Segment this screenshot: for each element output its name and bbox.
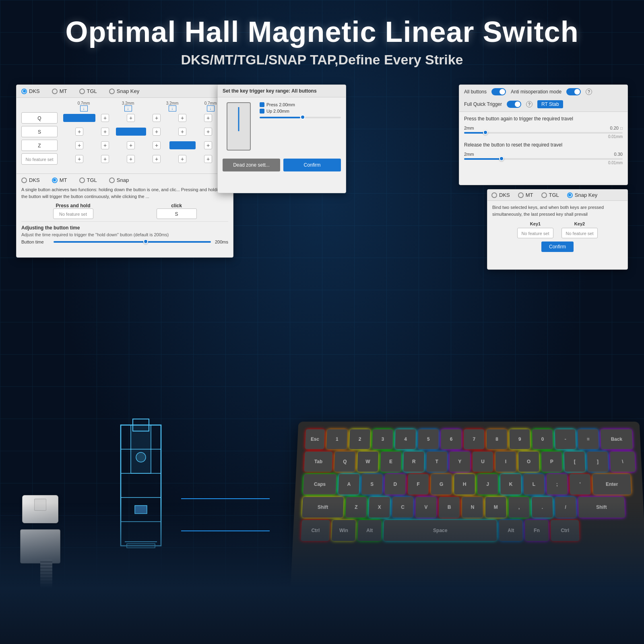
tab-mt-selected[interactable]: MT bbox=[52, 177, 67, 183]
tab-dks-snap[interactable]: DKS bbox=[491, 192, 510, 198]
tab-dks[interactable]: DKS bbox=[21, 88, 40, 94]
tgl-radio-top[interactable] bbox=[79, 89, 85, 94]
add-q3[interactable]: + bbox=[178, 114, 186, 122]
button-time-slider[interactable] bbox=[54, 241, 211, 243]
key-quote[interactable]: ' bbox=[570, 474, 591, 495]
key-0[interactable]: 0 bbox=[532, 429, 553, 449]
snap-radio-mt[interactable] bbox=[109, 178, 115, 183]
key-5[interactable]: 5 bbox=[418, 429, 438, 449]
key-semicolon[interactable]: ; bbox=[547, 474, 568, 495]
plus-nf2[interactable]: + bbox=[153, 155, 161, 163]
snap-confirm-button[interactable]: Confirm bbox=[541, 242, 574, 252]
trigger-thumb[interactable] bbox=[300, 115, 305, 120]
click-key[interactable]: S bbox=[157, 208, 197, 219]
key-equals[interactable]: = bbox=[578, 429, 599, 449]
key-q[interactable]: Q bbox=[21, 112, 58, 124]
tgl-radio-mt[interactable] bbox=[79, 178, 85, 183]
key-i[interactable]: I bbox=[495, 452, 516, 472]
fqt-help[interactable]: ? bbox=[526, 101, 533, 107]
key-p[interactable]: P bbox=[541, 452, 562, 472]
key-s[interactable]: S bbox=[361, 474, 383, 495]
key-nofeature[interactable]: No feature set bbox=[21, 153, 58, 165]
key-enter[interactable]: Enter bbox=[592, 474, 631, 495]
anti-mode-help[interactable]: ? bbox=[586, 89, 592, 95]
snap-radio-top[interactable] bbox=[109, 89, 115, 94]
plus-z3[interactable]: + bbox=[204, 141, 212, 149]
add-nf3[interactable]: + bbox=[178, 155, 186, 163]
plus-q1[interactable]: + bbox=[101, 114, 109, 122]
key-e[interactable]: E bbox=[380, 452, 401, 472]
key-k[interactable]: K bbox=[500, 474, 521, 495]
release-track[interactable] bbox=[464, 158, 623, 160]
add-s1[interactable]: + bbox=[75, 128, 83, 136]
key-backslash[interactable]: \ bbox=[610, 452, 635, 472]
key-2[interactable]: 2 bbox=[349, 429, 370, 449]
tab-mt-snap[interactable]: MT bbox=[518, 192, 533, 198]
plus-q2[interactable]: + bbox=[153, 114, 161, 122]
plus-s1[interactable]: + bbox=[101, 128, 109, 136]
plus-nf3[interactable]: + bbox=[204, 155, 212, 163]
add-z2[interactable]: + bbox=[127, 141, 135, 149]
tab-tgl-snap[interactable]: TGL bbox=[541, 192, 559, 198]
tab-snap-top[interactable]: Snap Key bbox=[109, 88, 139, 94]
plus-s2[interactable]: + bbox=[153, 128, 161, 136]
key-o[interactable]: O bbox=[518, 452, 539, 472]
key-6[interactable]: 6 bbox=[441, 429, 461, 449]
key-q[interactable]: Q bbox=[334, 452, 355, 472]
tab-tgl-mt[interactable]: TGL bbox=[79, 177, 97, 183]
key1-button[interactable]: No feature set bbox=[517, 228, 553, 238]
mt-radio-top[interactable] bbox=[52, 89, 58, 94]
key-tab[interactable]: Tab bbox=[304, 452, 332, 472]
tab-mt-top[interactable]: MT bbox=[52, 88, 67, 94]
press-checkbox[interactable] bbox=[260, 102, 264, 107]
key-f[interactable]: F bbox=[408, 474, 429, 495]
key2-button[interactable]: No feature set bbox=[561, 228, 598, 238]
dead-zone-button[interactable]: Dead zone sett... bbox=[223, 159, 280, 171]
key-h[interactable]: H bbox=[454, 474, 475, 495]
plus-q3[interactable]: + bbox=[204, 114, 212, 122]
key-rbracket[interactable]: ] bbox=[587, 452, 609, 472]
key-w[interactable]: W bbox=[357, 452, 379, 472]
key-s[interactable]: S bbox=[21, 126, 58, 137]
tab-snapkey-snap[interactable]: Snap Key bbox=[567, 192, 597, 198]
key-backspace[interactable]: Back bbox=[601, 429, 633, 449]
release-thumb[interactable] bbox=[499, 156, 504, 161]
key-1[interactable]: 1 bbox=[326, 429, 348, 449]
full-quick-toggle[interactable] bbox=[507, 101, 521, 108]
trigger-slider[interactable] bbox=[260, 117, 341, 118]
tab-snap-mt[interactable]: Snap bbox=[109, 177, 129, 183]
plus-s3[interactable]: + bbox=[204, 128, 212, 136]
press-hold-key[interactable]: No feature set bbox=[53, 208, 93, 219]
add-z1[interactable]: + bbox=[75, 141, 83, 149]
anti-mode-toggle[interactable] bbox=[566, 88, 581, 95]
plus-nf1[interactable]: + bbox=[101, 155, 109, 163]
add-q2[interactable]: + bbox=[127, 114, 135, 122]
plus-z2[interactable]: + bbox=[153, 141, 161, 149]
trigger-confirm-button[interactable]: Confirm bbox=[283, 159, 341, 171]
tab-tgl-top[interactable]: TGL bbox=[79, 88, 97, 94]
rt-stab-button[interactable]: RT Stab bbox=[537, 100, 563, 108]
key-j[interactable]: J bbox=[477, 474, 498, 495]
key-u[interactable]: U bbox=[473, 452, 493, 472]
key-y[interactable]: Y bbox=[450, 452, 470, 472]
add-nf1[interactable]: + bbox=[75, 155, 83, 163]
key-r[interactable]: R bbox=[403, 452, 424, 472]
up-checkbox[interactable] bbox=[260, 109, 264, 114]
slider-thumb[interactable] bbox=[143, 239, 148, 244]
key-a[interactable]: A bbox=[338, 474, 359, 495]
key-z[interactable]: Z bbox=[21, 140, 58, 151]
key-8[interactable]: 8 bbox=[487, 429, 507, 449]
key-4[interactable]: 4 bbox=[395, 429, 416, 449]
key-g[interactable]: G bbox=[431, 474, 452, 495]
key-esc[interactable]: Esc bbox=[305, 429, 325, 449]
mt-radio-snap[interactable] bbox=[518, 192, 524, 198]
key-lbracket[interactable]: [ bbox=[564, 452, 586, 472]
tab-dks-mt[interactable]: DKS bbox=[21, 177, 40, 183]
key-minus[interactable]: - bbox=[555, 429, 576, 449]
key-t[interactable]: T bbox=[426, 452, 447, 472]
dks-radio-snap[interactable] bbox=[491, 192, 497, 198]
plus-z1[interactable]: + bbox=[101, 141, 109, 149]
mt-radio-selected[interactable] bbox=[52, 178, 58, 183]
add-s3[interactable]: + bbox=[178, 128, 186, 136]
dks-radio[interactable] bbox=[21, 89, 27, 94]
